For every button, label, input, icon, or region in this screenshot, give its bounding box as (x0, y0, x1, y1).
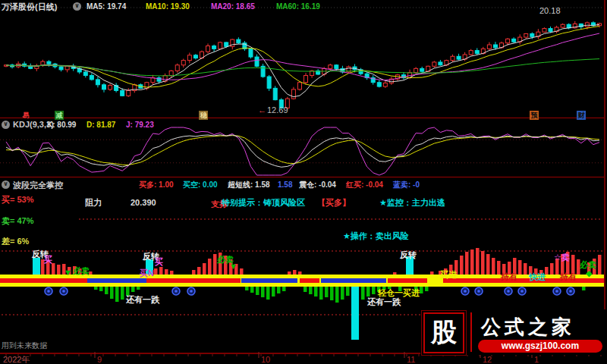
stock-title: 万泽股份(日线) (2, 2, 57, 13)
logo-gu-box: 股 (423, 312, 464, 353)
band-title: 波段完全掌控 (13, 180, 63, 191)
collapse-band-icon[interactable]: ∨ (2, 180, 10, 189)
panel-separator (0, 118, 605, 118)
band-header-value: 超短线: 1.58 (228, 180, 270, 190)
band-header-value: 买空: 0.00 (183, 180, 218, 190)
price-chart[interactable] (0, 0, 605, 118)
logo-divider (470, 312, 472, 352)
year-label: 2022年 (3, 354, 30, 364)
logo-site-url[interactable]: www.gszj100.com (478, 340, 602, 353)
panel-separator (0, 177, 605, 177)
collapse-kdj-icon[interactable]: ∨ (2, 121, 10, 129)
tdx-app-window: 万泽股份(日线) ∨ ∨ KDJ(9,3,3) ∨ 波段完全掌控 MA5: 19… (0, 0, 607, 364)
kdj-title: KDJ(9,3,3) (13, 120, 54, 129)
right-border (604, 0, 605, 353)
future-data-warning: 用到未来数据 (2, 340, 47, 351)
band-header-value: 震仓: -0.04 (299, 180, 336, 190)
band-header-value: 蓝卖: -0 (393, 180, 420, 190)
band-header-value: 1.58 (278, 180, 292, 190)
collapse-price-icon[interactable]: ∨ (73, 2, 81, 11)
logo-block: 股 公式之家 www.gszj100.com (420, 309, 607, 355)
kdj-chart[interactable] (0, 118, 605, 177)
band-header-value: 红买: -0.04 (346, 180, 383, 190)
logo-site-name: 公式之家 (481, 314, 602, 340)
logo-gu-char: 股 (431, 315, 457, 350)
band-header-value: 买多: 1.00 (139, 180, 174, 190)
